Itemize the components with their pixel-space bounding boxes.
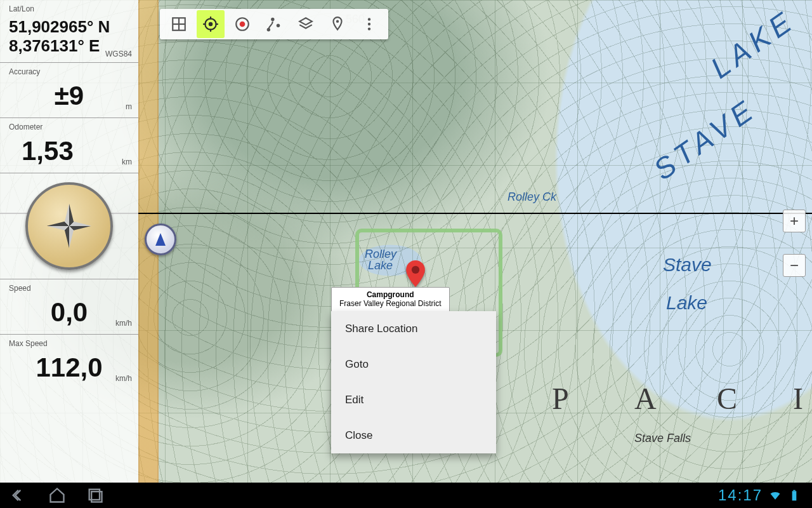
locate-icon xyxy=(202,16,219,32)
svg-point-17 xyxy=(368,27,370,30)
compass-rose-icon xyxy=(25,182,113,270)
route-button[interactable] xyxy=(260,10,288,38)
coord-label: Lat/Lon xyxy=(9,4,34,13)
layers-button[interactable] xyxy=(292,10,320,38)
maxspeed-unit: km/h xyxy=(115,374,132,383)
accuracy-cell[interactable]: Accuracy m ±9 xyxy=(0,63,138,118)
zoom-in-button[interactable]: + xyxy=(783,210,806,232)
grid-letter-a: A xyxy=(634,381,657,416)
back-icon xyxy=(10,486,28,504)
pin-icon xyxy=(329,16,346,32)
status-clock: 14:17 xyxy=(718,486,763,504)
coord-cell[interactable]: Lat/Lon 51,902965° N 8,376131° E WGS84 xyxy=(0,0,138,63)
grid-letter-c: C xyxy=(717,381,737,416)
overflow-icon xyxy=(361,16,377,32)
context-menu: Share Location Goto Edit Close xyxy=(331,311,496,453)
accuracy-label: Accuracy xyxy=(9,67,40,76)
menu-share[interactable]: Share Location xyxy=(331,311,496,347)
route-icon xyxy=(266,16,282,32)
nav-home-button[interactable] xyxy=(38,483,76,508)
maxspeed-value: 112,0 xyxy=(9,352,129,383)
odometer-label: Odometer xyxy=(9,123,43,131)
speed-label: Speed xyxy=(9,284,31,293)
odometer-value: 1,53 xyxy=(9,136,129,166)
tooltip-subtitle: Fraser Valley Regional District xyxy=(339,299,442,308)
label-stave-falls: Stave Falls xyxy=(634,432,691,445)
svg-point-13 xyxy=(277,23,280,27)
accuracy-value: ±9 xyxy=(9,81,129,111)
menu-edit[interactable]: Edit xyxy=(331,382,496,418)
record-button[interactable] xyxy=(228,10,256,38)
svg-rect-21 xyxy=(792,491,797,500)
locate-button[interactable] xyxy=(197,10,225,38)
poi-button[interactable] xyxy=(324,10,351,38)
tooltip-title: Campground xyxy=(339,290,442,299)
menu-goto[interactable]: Goto xyxy=(331,347,496,382)
menu-close[interactable]: Close xyxy=(331,418,496,453)
nav-back-button[interactable] xyxy=(0,483,38,508)
home-icon xyxy=(48,486,66,504)
speed-value: 0,0 xyxy=(9,297,129,328)
grid-letter-i: I xyxy=(793,381,803,416)
status-area: 14:17 xyxy=(718,486,812,504)
odometer-cell[interactable]: Odometer km 1,53 xyxy=(0,118,138,173)
svg-point-12 xyxy=(271,18,274,21)
maxspeed-label: Max Speed xyxy=(9,339,48,348)
record-icon xyxy=(234,16,251,32)
recent-apps-icon xyxy=(86,486,104,504)
svg-point-16 xyxy=(368,23,370,25)
overflow-button[interactable] xyxy=(355,10,383,38)
speed-cell[interactable]: Speed km/h 0,0 xyxy=(0,279,138,335)
marker-tooltip: Campground Fraser Valley Regional Distri… xyxy=(331,287,450,312)
svg-rect-22 xyxy=(793,490,795,491)
grid-button[interactable] xyxy=(165,10,193,38)
battery-icon xyxy=(788,489,801,502)
odometer-unit: km xyxy=(122,157,132,166)
accuracy-unit: m xyxy=(126,102,132,111)
map-toolbar xyxy=(160,9,388,39)
svg-point-4 xyxy=(209,22,213,27)
wifi-icon xyxy=(769,489,782,502)
svg-point-15 xyxy=(368,18,370,20)
coord-lat: 51,902965° N xyxy=(9,18,129,37)
north-arrow-widget[interactable] xyxy=(145,224,176,255)
svg-point-14 xyxy=(336,20,339,23)
nav-recent-button[interactable] xyxy=(76,483,114,508)
layers-icon xyxy=(298,16,314,32)
speed-unit: km/h xyxy=(115,319,132,328)
android-navbar: 14:17 xyxy=(0,483,812,508)
grid-icon xyxy=(171,16,187,32)
grid-letter-p: P xyxy=(552,381,569,416)
svg-point-11 xyxy=(267,28,270,31)
maxspeed-cell[interactable]: Max Speed km/h 112,0 xyxy=(0,335,138,389)
svg-point-18 xyxy=(412,266,419,274)
zoom-out-button[interactable]: − xyxy=(783,254,806,277)
svg-point-10 xyxy=(240,22,246,27)
coord-datum: WGS84 xyxy=(105,50,132,58)
stats-sidebar: Lat/Lon 51,902965° N 8,376131° E WGS84 A… xyxy=(0,0,138,483)
compass-cell[interactable] xyxy=(0,173,138,279)
